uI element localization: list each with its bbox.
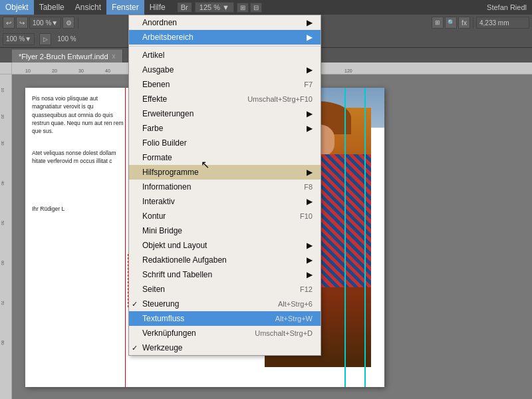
coord-display: 4,233 mm (476, 17, 529, 29)
text-right1: daecest r aut ad ed min- gnistem facietu… (129, 94, 215, 119)
ruler-tick: 80 (211, 68, 217, 73)
ruler-tick: 40 (105, 68, 110, 73)
toolbar-sep2 (473, 17, 473, 29)
tool-btn3[interactable]: ⚙ (63, 17, 74, 29)
ruler-left-tick: 20 (1, 114, 5, 119)
toolbar-row1: ↩ ↪ 100 % ▼ ⚙ ⊞ 🔍 fx 4,233 mm (0, 15, 532, 31)
ruler-left-ticks: 10 20 30 40 50 60 70 80 (0, 74, 11, 399)
stamp-text: URALNAT (275, 323, 288, 334)
doc-area: Pis nosa voio plisquae aut magnatiatur v… (12, 74, 532, 399)
tool-grid[interactable]: ⊞ (432, 17, 444, 29)
tool-btn2[interactable]: ↪ (16, 17, 28, 29)
toolbar-row2: 100 % ▼ ▷ 100 % (0, 31, 532, 48)
text-frame-outline (128, 254, 214, 307)
tool-fx[interactable]: fx (458, 17, 470, 29)
zoom-field2[interactable]: 100 % ▼ (3, 33, 35, 45)
toolbar-right: ⊞ 🔍 fx 4,233 mm (432, 17, 529, 29)
ruler-tick: 90 (245, 68, 250, 73)
menu-tabelle[interactable]: Tabelle (34, 0, 70, 15)
ruler-tick: 60 (158, 68, 164, 73)
ruler-tick: 120 (344, 68, 352, 73)
text-col-right: daecest r aut ad ed min- gnistem facietu… (129, 94, 215, 147)
face (295, 124, 334, 158)
view-mode-group: ⊞ ⊟ (237, 3, 262, 13)
tool-preview[interactable]: ▷ (39, 33, 51, 45)
ruler-tick: 50 (132, 68, 137, 73)
menubar: Objekt Tabelle Ansicht Fenster Hilfe Br … (0, 0, 532, 15)
ruler-corner (0, 63, 12, 74)
bridge-icon[interactable]: Br (178, 3, 192, 12)
ruler-tick: 100 (278, 68, 286, 73)
text-para2: Atet veliquas nonse dolest dollam hitate… (32, 149, 125, 166)
doc-tab-active[interactable]: *Flyer 2-Bruch Entwurf.indd x (12, 49, 123, 63)
menu-objekt[interactable]: Objekt (0, 0, 34, 15)
ruler-tick: 110 (311, 68, 319, 73)
view-mode-btn2[interactable]: ⊟ (250, 3, 262, 13)
ruler-top: 10 20 30 40 50 60 70 80 90 100 110 120 (12, 63, 532, 74)
toolbar-zoom-right: 100 % (57, 35, 76, 43)
tool-magnify[interactable]: 🔍 (445, 17, 457, 29)
text-col-left: Pis nosa voio plisquae aut magnatiatur v… (32, 94, 125, 213)
ruler-left-tick: 80 (1, 340, 5, 345)
ruler-left-tick: 40 (1, 181, 5, 186)
tool-icons: ↩ ↪ 100 % ▼ ⚙ (3, 17, 74, 29)
user-name: Stefan Riedl (487, 3, 532, 11)
ruler-left-tick: 30 (1, 141, 5, 146)
stamp-badge: URALNAT (257, 304, 307, 354)
text-para3: Ihr Rüdiger L (32, 205, 125, 213)
ruler-left-tick: 70 (1, 301, 5, 305)
tab-spacer (0, 48, 12, 63)
ruler-tick: 20 (52, 68, 57, 73)
text-right2: tae pe acilitia (129, 139, 215, 147)
guide-cyan (344, 88, 346, 387)
ruler-left-tick: 50 (1, 221, 5, 225)
ruler-left: 10 20 30 40 50 60 70 80 (0, 74, 12, 399)
toolbar: ↩ ↪ 100 % ▼ ⚙ ⊞ 🔍 fx 4,233 mm 100 % ▼ ▷ … (0, 15, 532, 48)
ruler-tick: 70 (185, 68, 190, 73)
text-para1: Pis nosa voio plisquae aut magnatiatur v… (32, 94, 125, 136)
tool-btn1[interactable]: ↩ (3, 17, 15, 29)
zoom-select[interactable]: 125 % ▼ (195, 2, 234, 13)
doc-page: Pis nosa voio plisquae aut magnatiatur v… (25, 88, 384, 387)
ruler-tick: 10 (25, 68, 31, 73)
toolbar-sep1 (78, 17, 78, 29)
ruler-left-tick: 60 (1, 261, 5, 265)
guide-red (125, 88, 126, 387)
guide-cyan2 (364, 88, 366, 387)
shirt (265, 154, 371, 287)
ruler-top-ticks: 10 20 30 40 50 60 70 80 90 100 110 120 (12, 63, 532, 74)
menu-hilfe[interactable]: Hilfe (144, 0, 171, 15)
doc-tab-close[interactable]: x (112, 53, 116, 60)
zoom-field1[interactable]: 100 % ▼ (29, 17, 61, 29)
ruler-tick: 30 (78, 68, 84, 73)
menu-fenster[interactable]: Fenster (106, 0, 144, 15)
view-mode-btn1[interactable]: ⊞ (237, 3, 249, 13)
menu-ansicht[interactable]: Ansicht (70, 0, 106, 15)
ruler-left-tick: 10 (1, 88, 5, 92)
doc-tab-bar: *Flyer 2-Bruch Entwurf.indd x (0, 48, 532, 63)
